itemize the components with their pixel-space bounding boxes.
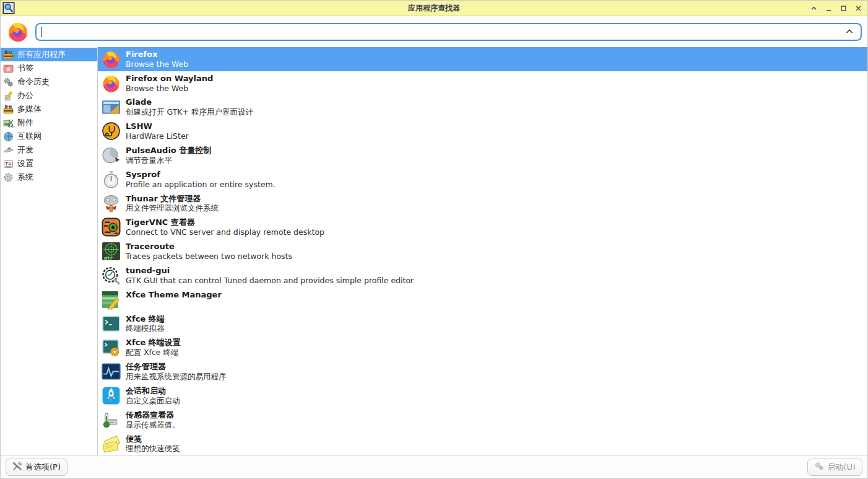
preferences-button[interactable]: 首选项(P) (6, 459, 67, 476)
app-row-text: SysprofProfile an application or entire … (126, 170, 276, 189)
sidebar: 所有应用程序书签命令历史办公多媒体附件互联网开发T设置系统 (1, 47, 98, 455)
app-row-firefox-on-wayland[interactable]: Firefox on WaylandBrowse the Web (98, 71, 867, 95)
sidebar-item-multimedia[interactable]: 多媒体 (1, 102, 97, 116)
xfce-terminal-icon (100, 313, 121, 334)
app-row-text: Firefox on WaylandBrowse the Web (126, 74, 213, 93)
xfce-terminal-settings-icon (100, 337, 121, 358)
app-name: tuned-gui (126, 266, 414, 276)
app-name: Thunar 文件管理器 (126, 194, 219, 204)
app-row-glade[interactable]: Glade创建或打开 GTK+ 程序用户界面设计 (98, 95, 867, 120)
sidebar-item-label: 设置 (17, 158, 33, 169)
application-finder-window: 应用程序查找器 所有应用程序书签命令历史办公 (0, 0, 868, 479)
app-description: 调节音量水平 (126, 156, 211, 165)
search-input[interactable] (42, 24, 843, 40)
shade-button[interactable] (810, 4, 818, 12)
app-row-text: Xfce 终端终端模拟器 (126, 314, 165, 333)
sensors-viewer-icon (100, 409, 121, 430)
launch-button-label: 启动(U) (827, 462, 856, 473)
sidebar-item-all-applications[interactable]: 所有应用程序 (1, 48, 97, 61)
sidebar-item-office[interactable]: 办公 (1, 89, 97, 102)
window-controls (810, 4, 862, 12)
titlebar[interactable]: 应用程序查找器 (1, 1, 867, 16)
app-row-text: TigerVNC 查看器Connect to VNC server and di… (126, 218, 324, 237)
app-row-tigervnc-viewer[interactable]: TigerVNC 查看器Connect to VNC server and di… (98, 216, 867, 240)
app-description: 显示传感器值。 (126, 420, 180, 429)
app-name: Xfce Theme Manager (126, 290, 222, 300)
app-name: 任务管理器 (126, 362, 227, 372)
svg-text:mtr: mtr (104, 255, 113, 261)
preferences-tools-icon (12, 461, 22, 473)
app-row-text: 会话和启动自定义桌面启动 (126, 386, 180, 405)
app-row-text: 便笺理想的快速便笺 (126, 434, 180, 454)
sysprof-icon (100, 169, 121, 190)
office-icon (3, 90, 14, 101)
app-row-traceroute[interactable]: mtrTracerouteTraces packets between two … (98, 239, 867, 263)
app-name: 便笺 (126, 434, 180, 444)
app-row-sysprof[interactable]: SysprofProfile an application or entire … (98, 167, 867, 191)
app-row-task-manager[interactable]: 任务管理器用来监视系统资源的易用程序 (98, 359, 867, 384)
sidebar-item-development[interactable]: 开发 (1, 143, 97, 157)
sidebar-item-accessories[interactable]: 附件 (1, 116, 97, 130)
all-applications-icon (3, 50, 14, 60)
app-row-text: TracerouteTraces packets between two net… (126, 242, 292, 261)
app-row-xfce-terminal[interactable]: Xfce 终端终端模拟器 (98, 312, 867, 336)
app-row-text: tuned-guiGTK GUI that can control Tuned … (126, 266, 414, 285)
app-row-notes[interactable]: 便笺理想的快速便笺 (98, 432, 867, 455)
internet-globe-icon (3, 131, 14, 142)
glade-icon (100, 97, 121, 118)
app-name: Firefox on Wayland (126, 74, 213, 84)
app-row-text: PulseAudio 音量控制调节音量水平 (126, 146, 211, 165)
app-name: Firefox (126, 50, 188, 59)
sidebar-item-settings[interactable]: T设置 (1, 157, 97, 170)
app-row-text: Thunar 文件管理器用文件管理器浏览文件系统 (126, 194, 219, 213)
sidebar-item-label: 办公 (17, 90, 33, 101)
multimedia-icon (3, 104, 14, 115)
sidebar-item-system[interactable]: 系统 (1, 170, 97, 184)
app-row-xfce-terminal-settings[interactable]: Xfce 终端设置配置 Xfce 终端 (98, 336, 867, 360)
sidebar-item-label: 开发 (17, 144, 33, 156)
app-description: Connect to VNC server and display remote… (126, 227, 324, 237)
application-list: FirefoxBrowse the WebFirefox on WaylandB… (98, 47, 867, 455)
app-row-text: Glade创建或打开 GTK+ 程序用户界面设计 (126, 97, 253, 116)
command-history-icon (3, 77, 14, 87)
app-row-pulseaudio-volume-control[interactable]: PulseAudio 音量控制调节音量水平 (98, 143, 867, 167)
maximize-button[interactable] (840, 4, 848, 12)
search-field[interactable] (35, 23, 862, 41)
app-name: Traceroute (126, 242, 292, 252)
firefox-icon (100, 48, 121, 69)
accessories-icon (3, 118, 14, 128)
app-name: 传感器查看器 (126, 410, 180, 420)
system-gear-icon (3, 172, 14, 183)
app-name: LSHW (126, 121, 189, 131)
sidebar-item-label: 书签 (17, 63, 33, 74)
sidebar-item-internet[interactable]: 互联网 (1, 130, 97, 143)
app-row-xfce-theme-manager[interactable]: Xfce Theme Manager (98, 288, 867, 312)
app-row-text: 任务管理器用来监视系统资源的易用程序 (126, 362, 227, 381)
launch-button[interactable]: 启动(U) (807, 459, 862, 476)
app-name: Sysprof (126, 170, 276, 180)
window-title: 应用程序查找器 (1, 3, 867, 14)
app-row-firefox[interactable]: FirefoxBrowse the Web (98, 47, 867, 71)
app-row-tuned-gui[interactable]: tuned-guiGTK GUI that can control Tuned … (98, 263, 867, 288)
traceroute-icon: mtr (100, 241, 121, 262)
preferences-button-label: 首选项(P) (25, 462, 61, 473)
sidebar-item-label: 多媒体 (17, 103, 41, 115)
close-button[interactable] (854, 4, 862, 12)
sidebar-item-label: 所有应用程序 (17, 49, 66, 60)
app-finder-window-icon[interactable] (2, 2, 15, 14)
task-manager-icon (100, 361, 121, 382)
app-row-sensor-viewer[interactable]: 传感器查看器显示传感器值。 (98, 408, 867, 432)
app-description: 终端模拟器 (126, 323, 165, 333)
sidebar-item-label: 附件 (17, 117, 33, 128)
app-row-thunar-file-manager[interactable]: Thunar 文件管理器用文件管理器浏览文件系统 (98, 191, 867, 216)
sidebar-item-command-history[interactable]: 命令历史 (1, 75, 97, 89)
app-row-lshw[interactable]: LSHWHardWare LiSter (98, 119, 867, 143)
app-row-session-and-startup[interactable]: 会话和启动自定义桌面启动 (98, 384, 867, 408)
app-description: GTK GUI that can control Tuned daemon an… (126, 276, 414, 285)
app-description: 创建或打开 GTK+ 程序用户界面设计 (126, 107, 253, 116)
sidebar-item-bookmarks[interactable]: 书签 (1, 61, 97, 75)
chevron-up-icon[interactable] (843, 25, 856, 38)
minimize-button[interactable] (825, 4, 833, 12)
notes-icon (100, 433, 121, 454)
tigervnc-icon (100, 217, 121, 238)
